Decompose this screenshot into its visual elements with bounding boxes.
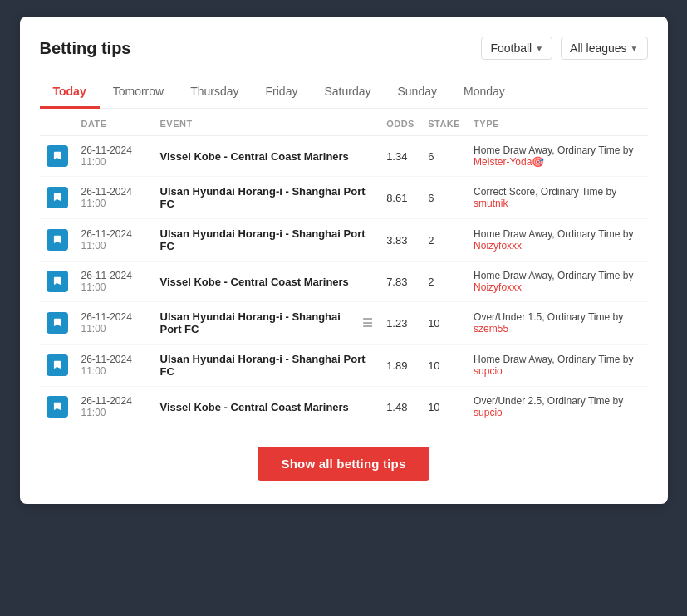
tab-today[interactable]: Today <box>40 76 100 109</box>
odds-cell: 1.34 <box>380 136 421 177</box>
date-value: 26-11-2024 <box>81 144 147 156</box>
event-name: Ulsan Hyundai Horang-i - Shanghai Port F… <box>160 310 360 335</box>
odds-cell: 1.89 <box>380 345 421 387</box>
user-link[interactable]: szem55 <box>474 323 508 335</box>
time-value: 11:00 <box>81 407 147 418</box>
user-link[interactable]: supcio <box>474 407 503 418</box>
user-link[interactable]: Noizyfoxxx <box>474 240 522 252</box>
type-cell: Over/Under 1.5, Ordinary Time by szem55 <box>467 302 647 345</box>
time-value: 11:00 <box>81 365 147 377</box>
card-header: Betting tips Football ▼ All leagues ▼ <box>40 37 648 60</box>
type-cell: Correct Score, Ordinary Time by smutnik <box>467 177 647 219</box>
stake-cell: 2 <box>421 219 467 262</box>
tip-icon-cell <box>40 302 75 345</box>
tab-thursday[interactable]: Thursday <box>177 76 252 109</box>
tip-icon-cell <box>40 136 75 177</box>
league-filter[interactable]: All leagues ▼ <box>561 37 647 60</box>
tip-icon <box>47 271 68 292</box>
tip-icon <box>47 396 68 418</box>
table-row: 26-11-202411:00Ulsan Hyundai Horang-i - … <box>40 302 648 345</box>
time-value: 11:00 <box>81 198 147 209</box>
tab-friday[interactable]: Friday <box>253 76 312 109</box>
tip-icon <box>47 312 68 334</box>
odds-cell: 1.48 <box>380 387 421 428</box>
table-row: 26-11-202411:00Vissel Kobe - Central Coa… <box>40 136 648 177</box>
event-cell: Ulsan Hyundai Horang-i - Shanghai Port F… <box>154 302 380 345</box>
league-filter-chevron: ▼ <box>631 44 639 53</box>
date-value: 26-11-2024 <box>81 354 147 365</box>
table-row: 26-11-202411:00Ulsan Hyundai Horang-i - … <box>40 345 648 387</box>
date-cell: 26-11-202411:00 <box>75 302 154 345</box>
show-all-button[interactable]: Show all betting tips <box>258 447 429 481</box>
event-name: Vissel Kobe - Central Coast Mariners <box>160 401 349 413</box>
type-cell: Home Draw Away, Ordinary Time by Meister… <box>467 136 647 177</box>
tab-tomorrow[interactable]: Tomorrow <box>100 76 177 109</box>
type-text: Correct Score, Ordinary Time by <box>474 186 616 198</box>
table-header-row: DATE EVENT ODDS STAKE TYPE <box>40 109 648 136</box>
event-cell: Vissel Kobe - Central Coast Mariners <box>154 262 380 302</box>
type-cell: Home Draw Away, Ordinary Time by Noizyfo… <box>467 219 647 262</box>
event-name: Ulsan Hyundai Horang-i - Shanghai Port F… <box>160 227 366 252</box>
table-row: 26-11-202411:00Ulsan Hyundai Horang-i - … <box>40 219 648 262</box>
event-cell: Vissel Kobe - Central Coast Mariners <box>154 136 380 177</box>
event-cell: Ulsan Hyundai Horang-i - Shanghai Port F… <box>154 345 380 387</box>
event-name: Vissel Kobe - Central Coast Mariners <box>160 150 349 163</box>
col-odds-header: ODDS <box>380 109 421 136</box>
sport-filter[interactable]: Football ▼ <box>481 37 552 60</box>
user-link[interactable]: Meister-Yoda🎯 <box>474 156 544 168</box>
type-cell: Home Draw Away, Ordinary Time by supcio <box>467 345 647 387</box>
type-text: Home Draw Away, Ordinary Time by <box>474 354 633 365</box>
date-cell: 26-11-202411:00 <box>75 177 154 219</box>
odds-cell: 7.83 <box>380 262 421 302</box>
event-name: Ulsan Hyundai Horang-i - Shanghai Port F… <box>160 185 366 210</box>
event-name: Ulsan Hyundai Horang-i - Shanghai Port F… <box>160 353 366 378</box>
tip-icon-cell <box>40 219 75 262</box>
league-filter-label: All leagues <box>570 42 627 55</box>
list-icon: ☰ <box>362 316 373 330</box>
col-stake-header: STAKE <box>421 109 467 136</box>
table-row: 26-11-202411:00Vissel Kobe - Central Coa… <box>40 387 648 428</box>
event-cell: Vissel Kobe - Central Coast Mariners <box>154 387 380 428</box>
col-date-header: DATE <box>75 109 154 136</box>
tip-icon-cell <box>40 387 75 428</box>
betting-tips-card: Betting tips Football ▼ All leagues ▼ To… <box>20 17 668 504</box>
time-value: 11:00 <box>81 240 147 252</box>
stake-cell: 6 <box>421 136 467 177</box>
event-name: Vissel Kobe - Central Coast Mariners <box>160 276 349 288</box>
stake-cell: 2 <box>421 262 467 302</box>
tips-table: DATE EVENT ODDS STAKE TYPE 26-11-202411:… <box>40 109 648 427</box>
card-title: Betting tips <box>40 39 131 58</box>
tip-icon <box>47 354 68 376</box>
tip-icon-cell <box>40 262 75 302</box>
type-text: Over/Under 1.5, Ordinary Time by <box>474 311 623 323</box>
date-value: 26-11-2024 <box>81 270 147 281</box>
type-text: Home Draw Away, Ordinary Time by <box>474 144 633 156</box>
tip-icon-cell <box>40 345 75 387</box>
date-value: 26-11-2024 <box>81 228 147 240</box>
stake-cell: 10 <box>421 302 467 345</box>
stake-cell: 10 <box>421 387 467 428</box>
date-cell: 26-11-202411:00 <box>75 387 154 428</box>
type-text: Home Draw Away, Ordinary Time by <box>474 270 633 281</box>
tab-saturday[interactable]: Saturday <box>311 76 384 109</box>
user-link[interactable]: smutnik <box>474 198 508 209</box>
user-link[interactable]: supcio <box>474 365 503 377</box>
table-row: 26-11-202411:00Vissel Kobe - Central Coa… <box>40 262 648 302</box>
tab-monday[interactable]: Monday <box>450 76 518 109</box>
tip-icon-cell <box>40 177 75 219</box>
time-value: 11:00 <box>81 323 147 335</box>
stake-cell: 6 <box>421 177 467 219</box>
time-value: 11:00 <box>81 156 147 168</box>
table-row: 26-11-202411:00Ulsan Hyundai Horang-i - … <box>40 177 648 219</box>
date-cell: 26-11-202411:00 <box>75 262 154 302</box>
tab-sunday[interactable]: Sunday <box>384 76 449 109</box>
date-value: 26-11-2024 <box>81 311 147 323</box>
date-cell: 26-11-202411:00 <box>75 136 154 177</box>
col-icon <box>40 109 75 136</box>
stake-cell: 10 <box>421 345 467 387</box>
odds-cell: 1.23 <box>380 302 421 345</box>
date-value: 26-11-2024 <box>81 186 147 198</box>
tip-icon <box>47 229 68 251</box>
type-text: Home Draw Away, Ordinary Time by <box>474 228 633 240</box>
user-link[interactable]: Noizyfoxxx <box>474 281 522 293</box>
